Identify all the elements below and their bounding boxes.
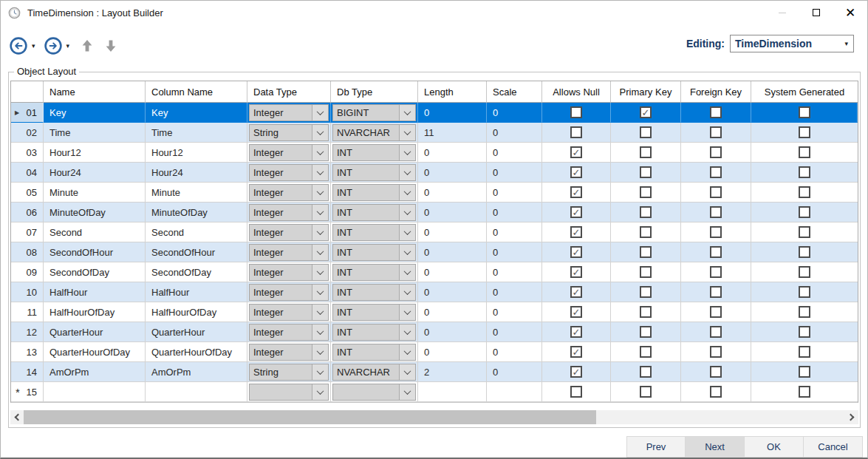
column-name-cell[interactable]: Second <box>146 222 247 242</box>
data-type-dropdown-button[interactable] <box>312 145 328 160</box>
column-name-cell[interactable]: QuarterHour <box>146 322 247 342</box>
row-header[interactable]: 12 <box>11 322 44 342</box>
move-down-button[interactable] <box>105 39 117 52</box>
row-header[interactable]: 14 <box>11 362 44 382</box>
row-header[interactable]: 07 <box>11 222 44 242</box>
system-generated-checkbox[interactable] <box>799 146 810 158</box>
primary-key-checkbox[interactable] <box>640 186 652 198</box>
primary-key-checkbox[interactable] <box>640 126 652 138</box>
data-type-dropdown[interactable] <box>249 384 329 401</box>
db-type-dropdown-button[interactable] <box>399 305 415 320</box>
data-type-dropdown[interactable]: Integer <box>249 184 329 201</box>
column-header-allows-null[interactable]: Allows Null <box>542 81 611 103</box>
cancel-button[interactable]: Cancel <box>804 436 863 458</box>
system-generated-checkbox[interactable] <box>799 226 810 238</box>
scale-cell[interactable]: 0 <box>487 262 542 282</box>
db-type-dropdown-button[interactable] <box>399 324 415 340</box>
row-header[interactable]: 03 <box>11 143 44 163</box>
db-type-dropdown-button[interactable] <box>399 165 415 180</box>
allows-null-checkbox[interactable]: ✓ <box>570 206 582 218</box>
data-type-dropdown[interactable]: Integer <box>249 244 329 261</box>
db-type-dropdown-button[interactable] <box>399 245 415 260</box>
data-type-dropdown-button[interactable] <box>312 205 328 220</box>
row-header[interactable]: 05 <box>11 183 44 203</box>
scale-cell[interactable]: 0 <box>487 183 542 203</box>
system-generated-checkbox[interactable] <box>799 386 810 398</box>
length-cell[interactable]: 0 <box>418 342 487 362</box>
name-cell[interactable]: Hour12 <box>44 143 146 163</box>
primary-key-checkbox[interactable] <box>640 206 652 218</box>
data-type-dropdown[interactable]: Integer <box>249 344 329 361</box>
editing-combobox[interactable]: TimeDimension ▾ <box>730 35 854 52</box>
data-type-dropdown[interactable]: Integer <box>249 144 329 161</box>
column-header-primary-key[interactable]: Primary Key <box>611 81 681 103</box>
foreign-key-checkbox[interactable] <box>710 106 722 118</box>
db-type-dropdown[interactable]: INT <box>332 244 416 261</box>
allows-null-checkbox[interactable]: ✓ <box>570 166 582 178</box>
scroll-left-button[interactable] <box>10 410 24 424</box>
data-type-dropdown-button[interactable] <box>312 185 328 200</box>
prev-button[interactable]: Prev <box>626 436 686 458</box>
data-type-dropdown[interactable]: String <box>249 124 329 141</box>
length-cell[interactable]: 0 <box>418 262 487 282</box>
name-cell[interactable]: QuarterHourOfDay <box>44 342 146 362</box>
data-type-dropdown-button[interactable] <box>312 324 328 340</box>
db-type-dropdown[interactable]: NVARCHAR <box>332 364 416 381</box>
system-generated-checkbox[interactable] <box>799 186 810 198</box>
system-generated-checkbox[interactable] <box>799 366 810 378</box>
length-cell[interactable]: 0 <box>418 203 487 222</box>
db-type-dropdown-button[interactable] <box>399 225 415 240</box>
column-name-cell[interactable]: Hour12 <box>146 143 247 163</box>
allows-null-checkbox[interactable]: ✓ <box>570 186 582 198</box>
data-type-dropdown[interactable]: Integer <box>249 304 329 321</box>
row-header[interactable]: 08 <box>11 242 44 262</box>
foreign-key-checkbox[interactable] <box>710 206 722 218</box>
db-type-dropdown-button[interactable] <box>399 125 415 140</box>
foreign-key-checkbox[interactable] <box>710 266 722 278</box>
scale-cell[interactable]: 0 <box>487 123 542 143</box>
column-header-column-name[interactable]: Column Name <box>146 81 247 103</box>
scale-cell[interactable]: 0 <box>487 222 542 242</box>
foreign-key-checkbox[interactable] <box>710 306 722 318</box>
allows-null-checkbox[interactable] <box>570 126 582 138</box>
minimize-button[interactable] <box>765 1 799 24</box>
column-name-cell[interactable]: HalfHour <box>146 282 247 302</box>
system-generated-checkbox[interactable] <box>799 246 810 258</box>
data-type-dropdown-button[interactable] <box>312 105 328 120</box>
db-type-dropdown[interactable]: INT <box>332 324 416 341</box>
data-type-dropdown-button[interactable] <box>312 285 328 300</box>
length-cell[interactable]: 0 <box>418 302 487 322</box>
db-type-dropdown-button[interactable] <box>399 105 415 120</box>
data-type-dropdown[interactable]: Integer <box>249 164 329 181</box>
column-header-db-type[interactable]: Db Type <box>331 81 418 103</box>
length-cell[interactable]: 0 <box>418 282 487 302</box>
close-button[interactable]: ✕ <box>833 1 867 24</box>
column-name-cell[interactable]: Key <box>146 103 247 123</box>
primary-key-checkbox[interactable] <box>640 306 652 318</box>
forward-dropdown-icon[interactable]: ▾ <box>66 42 70 50</box>
name-cell[interactable]: MinuteOfDay <box>44 203 146 222</box>
allows-null-checkbox[interactable]: ✓ <box>570 286 582 298</box>
data-type-dropdown[interactable]: Integer <box>249 284 329 301</box>
name-cell[interactable]: Hour24 <box>44 163 146 183</box>
db-type-dropdown[interactable]: INT <box>332 164 416 181</box>
allows-null-checkbox[interactable]: ✓ <box>570 366 582 378</box>
db-type-dropdown[interactable]: INT <box>332 184 416 201</box>
length-cell[interactable]: 2 <box>418 362 487 382</box>
data-type-dropdown-button[interactable] <box>312 265 328 280</box>
length-cell[interactable]: 11 <box>418 123 487 143</box>
db-type-dropdown[interactable]: INT <box>332 284 416 301</box>
scroll-right-button[interactable] <box>845 410 858 424</box>
length-cell[interactable]: 0 <box>418 143 487 163</box>
column-name-cell[interactable]: HalfHourOfDay <box>146 302 247 322</box>
name-cell[interactable] <box>44 382 146 402</box>
db-type-dropdown[interactable]: BIGINT <box>332 104 416 121</box>
foreign-key-checkbox[interactable] <box>710 386 722 398</box>
name-cell[interactable]: Time <box>44 123 146 143</box>
column-header-row-selector[interactable] <box>11 81 44 103</box>
data-type-dropdown-button[interactable] <box>312 125 328 140</box>
name-cell[interactable]: Minute <box>44 183 146 203</box>
column-name-cell[interactable]: SecondOfHour <box>146 242 247 262</box>
foreign-key-checkbox[interactable] <box>710 226 722 238</box>
primary-key-checkbox[interactable] <box>640 226 652 238</box>
